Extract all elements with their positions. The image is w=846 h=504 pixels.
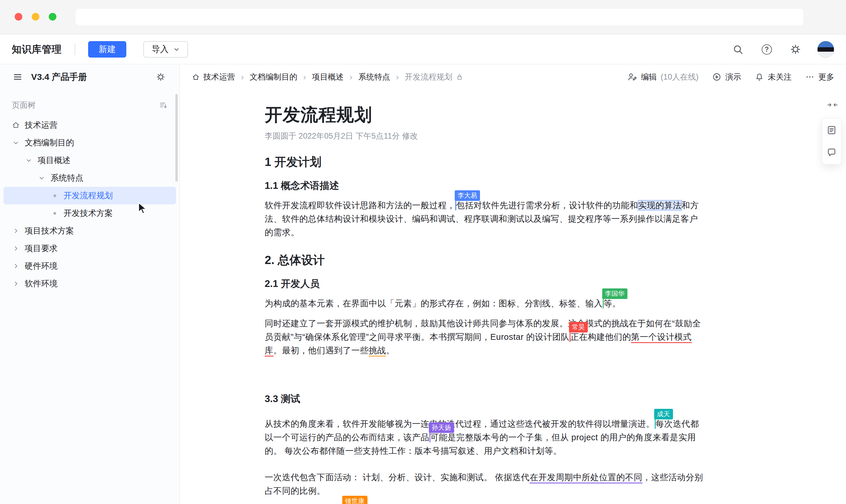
present-button[interactable]: 演示 [712, 72, 741, 82]
tree-item-label: 项目要求 [25, 243, 58, 254]
doc-text: 正在构建他们的 [571, 332, 631, 342]
tree-item-doc-purpose[interactable]: 文档编制目的 [3, 134, 176, 151]
new-button[interactable]: 新建 [88, 41, 126, 58]
doc-toolbar: 编辑 (10人在线) 演示 未关注 更多 [627, 72, 834, 82]
tree-label-row: 页面树 [0, 89, 179, 114]
header-divider [75, 43, 75, 55]
breadcrumb-separator: › [303, 73, 306, 82]
collab-cursor-label: 锺世康 [342, 496, 367, 504]
ellipsis-icon [805, 72, 814, 82]
doc-paragraph: 为构成的基本元素，在界面中以「元素」的形式存在，例如：图标、分割线、标签、输入李… [265, 296, 705, 310]
crumb-project-overview[interactable]: 项目概述 [312, 72, 344, 82]
avatar[interactable] [817, 41, 834, 58]
crumb-label: 系统特点 [358, 72, 390, 82]
edit-button[interactable]: 编辑 (10人在线) [627, 72, 699, 82]
doc-heading: 1.1 概念术语描述 [265, 179, 705, 192]
close-button[interactable] [15, 13, 22, 21]
doc-blocks: 1 开发计划1.1 概念术语描述软件开发流程即软件设计思路和方法的一般过程，李大… [265, 155, 705, 504]
tree-item-dev-tech[interactable]: 开发技术方案 [3, 204, 176, 222]
tree-item-software[interactable]: 软件环境 [3, 275, 176, 292]
home-icon [192, 73, 200, 81]
chevron-down-icon[interactable] [25, 157, 33, 164]
crumb-tech-ops[interactable]: 技术运营 [192, 72, 235, 82]
breadcrumb-separator: › [349, 73, 353, 82]
marked-text: 实现的算法 [638, 201, 682, 210]
address-bar[interactable] [75, 9, 804, 25]
content-area: 技术运营 › 文档编制目的 › 项目概述 › 系统特点 › 开发流程规划 编辑 … [180, 65, 846, 504]
tree-item-system-features[interactable]: 系统特点 [3, 169, 176, 187]
comment-icon[interactable] [825, 145, 839, 160]
help-icon[interactable]: ? [760, 42, 774, 56]
app-title: 知识库管理 [12, 43, 62, 56]
more-button[interactable]: 更多 [805, 72, 834, 82]
collab-cursor: 李国华 [603, 298, 604, 308]
question-mark: ? [762, 44, 772, 55]
import-button-label: 导入 [151, 43, 168, 55]
chevron-down-icon[interactable] [38, 175, 46, 181]
zoom-button[interactable] [49, 13, 56, 21]
tree-item-project-req[interactable]: 项目要求 [3, 240, 176, 257]
app-header-actions: ? [731, 41, 834, 58]
chevron-right-icon[interactable] [12, 245, 20, 252]
home-icon [12, 121, 20, 129]
collab-cursor: 成天 [655, 418, 656, 429]
crumb-label: 文档编制目的 [250, 72, 297, 82]
doc-text: 。最初，他们遇到了一些 [273, 346, 369, 355]
document-editor[interactable]: 开发流程规划 李圆圆于 2022年05月2日 下午5点11分 修改 1 开发计划… [265, 89, 705, 504]
book-title: V3.4 产品手册 [31, 71, 146, 83]
marked-text: 挑战 [368, 346, 386, 357]
tree-item-project-overview[interactable]: 项目概述 [3, 151, 176, 169]
collab-cursor-label: 孙天扬 [429, 422, 454, 433]
chevron-right-icon[interactable] [12, 228, 20, 234]
doc-paragraph: 软件开发流程即软件设计思路和方法的一般过程，李大易包括对软件先进行需求分析，设计… [265, 199, 705, 239]
collab-cursor-label: 李国华 [602, 288, 627, 299]
breadcrumb: 技术运营 › 文档编制目的 › 项目概述 › 系统特点 › 开发流程规划 [192, 72, 463, 82]
crumb-label: 项目概述 [312, 72, 344, 82]
doc-text: 从技术的角度来看，软件开发能够视为一连串的迭代过程，通过这些迭代被开发的软件得以… [265, 419, 655, 429]
import-button[interactable]: 导入 [143, 41, 188, 58]
doc-heading: 2. 总体设计 [265, 253, 705, 267]
chevron-right-icon[interactable] [12, 281, 20, 287]
tree-item-dev-process[interactable]: 开发流程规划 [3, 187, 176, 204]
edit-users-icon [627, 72, 637, 82]
tree-item-tech-ops[interactable]: 技术运营 [3, 116, 176, 134]
doc-side-panel [822, 118, 841, 164]
sidebar-scrollbar[interactable] [175, 94, 178, 181]
tree-item-label: 开发流程规划 [64, 190, 113, 201]
tree-item-label: 系统特点 [51, 173, 84, 184]
doc-text: 包括对软件先进行需求分析，设计软件的功能和 [456, 201, 638, 210]
follow-button[interactable]: 未关注 [755, 72, 792, 82]
tree-item-label: 软件环境 [25, 278, 58, 289]
present-label: 演示 [725, 72, 741, 82]
crumb-system-features[interactable]: 系统特点 [358, 72, 390, 82]
book-settings-icon[interactable] [154, 70, 168, 84]
collab-cursor: 李大易 [455, 200, 456, 210]
settings-icon[interactable] [788, 42, 803, 56]
menu-icon[interactable] [12, 70, 23, 84]
chevron-down-icon[interactable] [12, 140, 20, 146]
crumb-doc-purpose[interactable]: 文档编制目的 [250, 72, 297, 82]
doc-heading: 3.3 测试 [265, 392, 705, 405]
chevron-right-icon[interactable] [12, 263, 20, 269]
collab-cursor: 孙天扬 [430, 432, 430, 442]
marked-text: 在开发周期中所处位置的不同 [529, 472, 643, 483]
window-titlebar [0, 0, 846, 35]
minimize-button[interactable] [32, 13, 39, 21]
collapse-icon[interactable] [827, 101, 839, 110]
doc-heading: 2.1 开发人员 [265, 277, 705, 290]
tree-item-label: 项目概述 [38, 155, 71, 166]
sort-icon[interactable] [159, 101, 168, 110]
more-label: 更多 [818, 72, 834, 82]
tree-item-hardware[interactable]: 硬件环境 [3, 257, 176, 275]
tree-item-project-tech[interactable]: 项目技术方案 [3, 222, 176, 240]
search-icon[interactable] [731, 42, 745, 56]
lock-icon [456, 73, 463, 81]
doc-text: 等。 [604, 299, 621, 308]
tree-item-label: 硬件环境 [25, 260, 58, 272]
tree-item-label: 文档编制目的 [25, 137, 74, 148]
tree-item-label: 项目技术方案 [25, 225, 74, 236]
outline-icon[interactable] [825, 123, 839, 137]
breadcrumb-separator: › [241, 73, 244, 82]
bell-icon [755, 72, 764, 82]
doc-paragraph: 同时还建立了一套开源模式的维护机制，鼓励其他设计师共同参与体系的发展。这个模式的… [265, 317, 705, 357]
